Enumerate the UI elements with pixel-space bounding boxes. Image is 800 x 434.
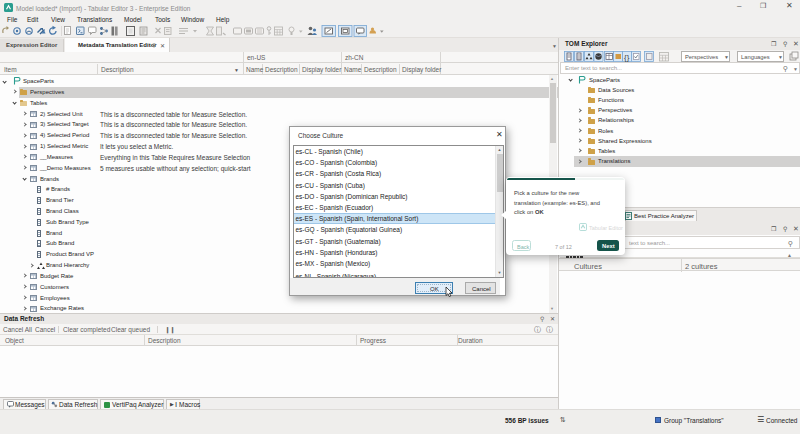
svg-text:{}: {} [624,52,630,61]
